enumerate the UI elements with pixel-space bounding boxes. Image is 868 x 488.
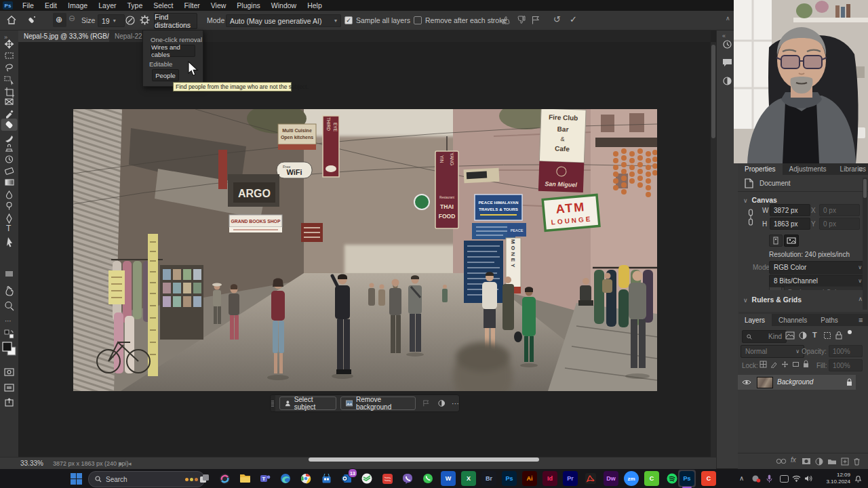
taskbar-search[interactable]: Search bbox=[88, 471, 205, 487]
indesign-icon[interactable]: Id bbox=[542, 471, 557, 486]
add-mask-icon[interactable] bbox=[802, 458, 811, 465]
home-icon[interactable] bbox=[7, 16, 16, 24]
wires-and-cables-button[interactable]: Wires and cables bbox=[151, 45, 195, 57]
status-arrow-icon[interactable]: ◂ bbox=[128, 460, 132, 467]
path-selection-tool[interactable] bbox=[7, 237, 12, 247]
lock-artboard-icon[interactable] bbox=[792, 361, 800, 368]
toolbar-expand-icon[interactable]: » bbox=[4, 34, 7, 41]
microsoft-store-icon[interactable] bbox=[319, 471, 334, 486]
color-mode-select[interactable]: RGB Color∨ bbox=[769, 261, 867, 274]
layer-row-background[interactable]: Background bbox=[738, 375, 856, 390]
zoom-app-icon[interactable]: zm bbox=[624, 471, 639, 486]
start-button[interactable] bbox=[71, 473, 82, 485]
sample-all-layers-checkbox[interactable]: ✓ Sample all layers bbox=[344, 16, 410, 24]
chrome-icon[interactable] bbox=[298, 471, 313, 486]
screen-mode-icon[interactable] bbox=[5, 384, 14, 391]
filter-adjustment-layers-icon[interactable] bbox=[799, 331, 807, 340]
panel-menu-icon[interactable]: ≡ bbox=[859, 316, 863, 324]
feedback-flag-icon[interactable] bbox=[422, 399, 429, 407]
properties-scrollbar[interactable] bbox=[863, 178, 867, 310]
hand-tool[interactable] bbox=[6, 287, 13, 296]
menu-image[interactable]: Image bbox=[62, 0, 93, 11]
rulers-grids-header[interactable]: ∨Rulers & Grids bbox=[743, 296, 802, 304]
lock-position-icon[interactable] bbox=[781, 361, 789, 368]
kind-filter-select[interactable]: Kind bbox=[742, 330, 787, 343]
remove-after-stroke-checkbox[interactable]: Remove after each stroke bbox=[414, 16, 507, 24]
menu-view[interactable]: View bbox=[205, 0, 232, 11]
word-icon[interactable]: W bbox=[441, 471, 456, 486]
clone-stamp-tool[interactable] bbox=[5, 144, 13, 151]
find-distractions-button[interactable]: Find distractions bbox=[154, 13, 197, 29]
more-options-icon[interactable]: ⋯ bbox=[452, 399, 459, 408]
language-tray-icon[interactable] bbox=[780, 475, 789, 483]
camtasia-icon[interactable]: C bbox=[644, 471, 659, 486]
whatsapp-icon[interactable] bbox=[420, 471, 435, 486]
drag-handle[interactable] bbox=[271, 395, 275, 411]
hidden-icons-chevron[interactable]: ∧ bbox=[739, 474, 744, 482]
lasso-tool[interactable] bbox=[6, 64, 12, 71]
frame-tool[interactable] bbox=[5, 99, 13, 104]
menu-type[interactable]: Type bbox=[121, 0, 148, 11]
new-group-icon[interactable] bbox=[827, 458, 837, 465]
screen-recorder-tray-icon[interactable] bbox=[751, 475, 761, 483]
taskbar-clock[interactable]: 12:09 3.10.2024 bbox=[818, 472, 850, 485]
lock-transparency-icon[interactable] bbox=[760, 361, 767, 368]
comments-panel-icon[interactable] bbox=[722, 58, 732, 67]
viber-icon[interactable] bbox=[400, 471, 415, 486]
gear-icon[interactable] bbox=[139, 14, 151, 26]
lock-all-icon[interactable] bbox=[803, 360, 809, 368]
landscape-orientation-button-selected[interactable] bbox=[784, 235, 799, 247]
edit-toolbar-icon[interactable]: ⋯ bbox=[5, 317, 12, 325]
bridge-icon[interactable]: Br bbox=[481, 471, 496, 486]
mode-select[interactable]: Auto (May use generative AI)▾ bbox=[226, 14, 341, 27]
copilot-icon[interactable] bbox=[217, 471, 232, 486]
shape-tool[interactable] bbox=[5, 271, 13, 277]
pen-tool[interactable] bbox=[7, 214, 12, 223]
notifications-bell-icon[interactable] bbox=[854, 474, 862, 483]
premiere-icon[interactable]: Pr bbox=[563, 471, 578, 486]
flag-icon[interactable] bbox=[532, 16, 540, 24]
menu-help[interactable]: Help bbox=[302, 0, 328, 11]
file-explorer-icon[interactable] bbox=[237, 471, 252, 486]
eraser-tool[interactable] bbox=[5, 167, 14, 174]
horizontal-scrollbar-thumb[interactable] bbox=[309, 458, 539, 462]
filter-type-layers-icon[interactable]: T bbox=[812, 331, 817, 339]
panel-menu-icon[interactable]: ≡ bbox=[859, 165, 863, 173]
brush-add-mode-button[interactable]: ⊕ bbox=[53, 13, 66, 27]
filter-shape-layers-icon[interactable] bbox=[823, 331, 831, 340]
pressure-size-icon[interactable] bbox=[125, 15, 136, 26]
tab-paths[interactable]: Paths bbox=[814, 314, 845, 326]
menu-plugins[interactable]: Plugins bbox=[231, 0, 265, 11]
dreamweaver-icon[interactable]: Dw bbox=[604, 471, 618, 486]
history-panel-icon[interactable] bbox=[722, 39, 732, 49]
vertical-scrollbar-thumb[interactable] bbox=[711, 45, 715, 138]
brush-tool[interactable] bbox=[5, 136, 13, 142]
collapse-dock-chevron-icon[interactable]: ∧ bbox=[726, 15, 730, 22]
spotify-icon[interactable] bbox=[665, 471, 679, 486]
twist-icon[interactable] bbox=[380, 471, 395, 486]
volume-icon[interactable] bbox=[804, 475, 812, 482]
link-layers-icon[interactable] bbox=[776, 458, 787, 464]
task-view-button[interactable] bbox=[197, 471, 212, 486]
select-subject-button[interactable]: Select subject bbox=[279, 396, 336, 410]
swap-colors-icon[interactable] bbox=[5, 330, 14, 338]
tab-properties[interactable]: Properties bbox=[738, 163, 783, 175]
zoom-level[interactable]: 33.33% bbox=[20, 460, 43, 467]
edge-icon[interactable] bbox=[278, 471, 293, 486]
clipchamp-icon[interactable]: C bbox=[701, 471, 716, 486]
acrobat-icon[interactable] bbox=[583, 471, 598, 486]
status-arrow-icon[interactable]: ▸ bbox=[119, 460, 123, 467]
history-brush-tool[interactable] bbox=[6, 156, 13, 163]
size-input[interactable]: 19▾ bbox=[98, 14, 125, 27]
photoshop-active-highlight[interactable]: Ps bbox=[678, 470, 696, 487]
filter-pixel-layers-icon[interactable] bbox=[785, 331, 795, 340]
menu-file[interactable]: File bbox=[17, 0, 39, 11]
filter-toggle-dot[interactable] bbox=[848, 330, 852, 334]
adjustments-panel-icon[interactable] bbox=[722, 76, 732, 86]
canvas-section-header[interactable]: ∨Canvas bbox=[743, 196, 777, 204]
thumbs-down-icon[interactable] bbox=[517, 16, 526, 24]
layer-effects-icon[interactable]: fx bbox=[791, 456, 796, 464]
blur-tool[interactable] bbox=[7, 191, 12, 199]
teams-icon[interactable]: T bbox=[258, 471, 273, 486]
wifi-icon[interactable] bbox=[792, 475, 801, 482]
